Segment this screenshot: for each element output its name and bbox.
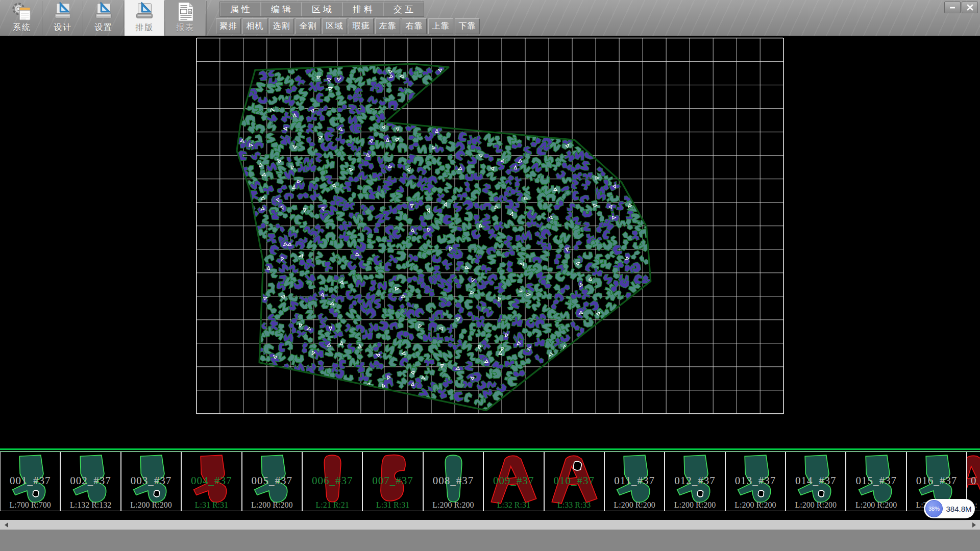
tool-align-top[interactable]: 上靠 (428, 18, 453, 34)
part-thumbnail[interactable]: 013_#37 L:200 R:200 (725, 452, 786, 511)
nesting-canvas-area (0, 36, 980, 448)
part-thumbnail[interactable]: 015_#37 L:200 R:200 (846, 452, 906, 511)
part-thumbnail[interactable]: 012_#37 L:200 R:200 (665, 452, 725, 511)
part-thumbnail[interactable]: 009_#37 L:32 R:31 (483, 452, 544, 511)
tab-region[interactable]: 区域 (302, 2, 342, 16)
minimize-icon (949, 4, 956, 11)
horizontal-scrollbar[interactable] (0, 520, 980, 530)
menu-tabbar: 属性 编辑 区域 排料 交互 (219, 2, 424, 17)
part-id-label: 001_#37 (1, 474, 60, 487)
part-lr-count-label: L:200 R:200 (786, 500, 845, 510)
minimize-button[interactable] (944, 2, 961, 13)
part-thumbnail[interactable]: 002_#37 L:132 R:132 (60, 452, 120, 511)
tool-full-cut[interactable]: 全割 (296, 18, 321, 34)
toolbar-icon-label: 排版 (125, 22, 164, 33)
part-id-label: 015_#37 (846, 474, 905, 487)
scrollbar-right-arrow[interactable] (968, 520, 980, 530)
tab-interaction[interactable]: 交互 (383, 2, 424, 16)
part-id-label: 006_#37 (303, 474, 362, 487)
toolbar-icon-report[interactable]: 报表 (165, 0, 205, 36)
tool-align-bottom[interactable]: 下靠 (455, 18, 480, 34)
part-id-label: 013_#37 (726, 474, 785, 487)
toolbar-icon-design[interactable]: 设计 (43, 0, 83, 36)
part-id-label: 008_#37 (424, 474, 483, 487)
part-id-label: 012_#37 (665, 474, 724, 487)
separator (124, 1, 124, 35)
application-window: 系统 设计 设置 (0, 0, 980, 551)
part-id-label: 014_#37 (786, 474, 845, 487)
part-thumbnail[interactable]: 006_#37 L:21 R:21 (302, 452, 362, 511)
part-id-label: 007_#37 (363, 474, 422, 487)
bottom-panel (0, 530, 980, 551)
toolbar-icon-settings[interactable]: 设置 (84, 0, 124, 36)
tab-edit[interactable]: 编辑 (261, 2, 302, 16)
system-gear-icon (11, 1, 33, 22)
part-lr-count-label: L:33 R:33 (545, 500, 604, 510)
part-lr-count-label: L:31 R:31 (363, 500, 422, 510)
tool-cluster-nest[interactable]: 聚排 (216, 18, 241, 34)
tool-select-cut[interactable]: 选割 (269, 18, 294, 34)
layout-ruler-icon (134, 1, 155, 22)
part-lr-count-label: L:200 R:200 (424, 500, 483, 510)
close-button[interactable] (962, 2, 978, 13)
left-arrow-icon (5, 522, 8, 528)
part-id-label: 005_#37 (242, 474, 302, 487)
part-thumbnail[interactable]: 014_#37 L:200 R:200 (786, 452, 846, 511)
nested-pieces (237, 63, 653, 414)
report-document-icon (175, 1, 196, 22)
parts-strip: 001_#37 L:700 R:700 002_#37 L:132 R:132 … (0, 448, 980, 511)
part-lr-count-label: L:200 R:200 (726, 500, 785, 510)
memory-usage: 384.8M (943, 505, 975, 513)
part-thumbnail[interactable]: 005_#37 L:200 R:200 (242, 452, 302, 511)
right-arrow-icon (972, 522, 976, 528)
tool-align-left[interactable]: 左靠 (375, 18, 400, 34)
nesting-canvas[interactable] (0, 36, 980, 448)
part-thumbnail[interactable]: 004_#37 L:31 R:31 (181, 452, 241, 511)
tool-button-row: 聚排 相机 选割 全割 区域 瑕疵 左靠 右靠 上靠 下靠 (216, 18, 481, 34)
part-id-label: 011_#37 (605, 474, 664, 487)
part-lr-count-label: L:132 R:132 (61, 500, 120, 510)
part-id-label: 009_#37 (484, 474, 543, 487)
toolbar-icon-label: 报表 (165, 22, 205, 33)
part-lr-count-label: L:200 R:200 (121, 500, 181, 510)
part-id-label: 010_#37 (545, 474, 604, 487)
part-id-label: 0 (967, 474, 980, 487)
part-lr-count-label: L:31 R:31 (182, 500, 241, 510)
part-thumbnail[interactable]: 007_#37 L:31 R:31 (362, 452, 423, 511)
part-thumbnail-list: 001_#37 L:700 R:700 002_#37 L:132 R:132 … (0, 452, 980, 511)
part-id-label: 016_#37 (907, 474, 966, 487)
part-id-label: 003_#37 (121, 474, 181, 487)
design-ruler-icon (52, 1, 74, 22)
part-lr-count-label: L:32 R:31 (484, 500, 543, 510)
part-id-label: 002_#37 (61, 474, 120, 487)
progress-badge: 38% 384.8M (924, 499, 975, 518)
part-lr-count-label: L:200 R:200 (242, 500, 302, 510)
settings-ruler-icon (93, 1, 114, 22)
separator (42, 1, 42, 35)
toolbar-icon-label: 设置 (84, 22, 124, 33)
part-thumbnail[interactable]: 003_#37 L:200 R:200 (121, 452, 181, 511)
tool-defect[interactable]: 瑕疵 (349, 18, 374, 34)
progress-percent: 38% (925, 500, 943, 517)
separator (164, 1, 165, 35)
part-thumbnail[interactable]: 008_#37 L:200 R:200 (423, 452, 483, 511)
part-id-label: 004_#37 (182, 474, 241, 487)
part-thumbnail[interactable]: 010_#37 L:33 R:33 (544, 452, 604, 511)
part-thumbnail[interactable]: 011_#37 L:200 R:200 (604, 452, 665, 511)
toolbar-icon-system[interactable]: 系统 (2, 0, 42, 36)
close-icon (966, 4, 974, 11)
toolbar-icon-label: 系统 (2, 22, 42, 33)
toolbar-icon-layout-selected[interactable]: 排版 (125, 0, 164, 36)
separator (206, 1, 207, 35)
tool-region[interactable]: 区域 (322, 18, 347, 34)
part-lr-count-label: L:200 R:200 (605, 500, 664, 510)
separator (83, 1, 83, 35)
tool-align-right[interactable]: 右靠 (402, 18, 427, 34)
toolbar: 系统 设计 设置 (0, 0, 980, 36)
part-lr-count-label: L:21 R:21 (303, 500, 362, 510)
part-thumbnail[interactable]: 001_#37 L:700 R:700 (0, 452, 60, 511)
tab-properties[interactable]: 属性 (220, 2, 261, 16)
tab-nesting[interactable]: 排料 (342, 2, 383, 16)
tool-camera[interactable]: 相机 (242, 18, 267, 34)
scrollbar-left-arrow[interactable] (0, 520, 12, 530)
